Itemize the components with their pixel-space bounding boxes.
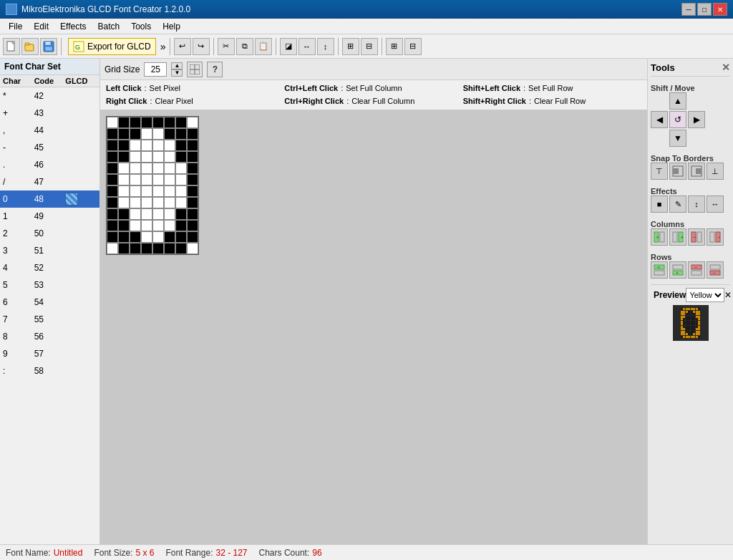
toolbar-paste[interactable]: 📋 — [255, 38, 272, 55]
pixel-cell[interactable] — [118, 128, 130, 140]
grid-size-input[interactable] — [144, 62, 167, 77]
toolbar-save[interactable] — [40, 38, 57, 55]
pixel-cell[interactable] — [164, 117, 175, 128]
toolbar-flip-h[interactable]: ↔ — [298, 38, 316, 55]
toolbar-row-add[interactable]: ⊞ — [386, 38, 403, 55]
pixel-cell[interactable] — [107, 117, 118, 128]
pixel-cell[interactable] — [107, 231, 118, 243]
arrow-rotate[interactable]: ↺ — [669, 111, 686, 128]
pixel-cell[interactable] — [141, 140, 152, 151]
spin-up[interactable]: ▲ — [171, 62, 183, 69]
snap-top[interactable]: ⊤ — [651, 163, 668, 180]
toolbar-col-del[interactable]: ⊟ — [361, 38, 378, 55]
row-del-bottom[interactable]: − — [707, 261, 724, 279]
pixel-cell[interactable] — [141, 128, 152, 140]
pixel-cell[interactable] — [152, 185, 164, 197]
pixel-cell[interactable] — [141, 117, 152, 128]
pixel-cell[interactable] — [175, 140, 187, 151]
effect-invert[interactable]: ■ — [651, 195, 668, 213]
pixel-cell[interactable] — [175, 174, 187, 185]
tools-close[interactable]: ✕ — [722, 62, 730, 73]
minimize-button[interactable]: ─ — [681, 3, 696, 16]
char-row[interactable]: /47 — [0, 173, 99, 190]
pixel-cell[interactable] — [152, 117, 164, 128]
pixel-cell[interactable] — [164, 243, 175, 254]
char-row[interactable]: 856 — [0, 328, 99, 345]
row-add-bottom[interactable]: + — [669, 261, 686, 279]
menu-batch[interactable]: Batch — [92, 20, 126, 33]
char-row[interactable]: +43 — [0, 105, 99, 122]
pixel-cell[interactable] — [175, 117, 187, 128]
pixel-cell[interactable] — [130, 151, 141, 163]
pixel-cell[interactable] — [141, 197, 152, 208]
pixel-cell[interactable] — [118, 185, 130, 197]
char-row[interactable]: 149 — [0, 208, 99, 225]
pixel-cell[interactable] — [175, 128, 187, 140]
pixel-cell[interactable] — [107, 185, 118, 197]
pixel-cell[interactable] — [187, 151, 198, 163]
pixel-cell[interactable] — [175, 185, 187, 197]
pixel-cell[interactable] — [152, 243, 164, 254]
pixel-cell[interactable] — [164, 220, 175, 231]
pixel-cell[interactable] — [152, 174, 164, 185]
menu-file[interactable]: File — [3, 20, 28, 33]
toolbar-invert[interactable]: ◪ — [280, 38, 297, 55]
pixel-cell[interactable] — [164, 151, 175, 163]
char-row[interactable]: 755 — [0, 311, 99, 328]
pixel-cell[interactable] — [107, 163, 118, 174]
arrow-up[interactable]: ▲ — [669, 92, 686, 110]
arrow-right[interactable]: ▶ — [688, 111, 705, 128]
pixel-cell[interactable] — [118, 174, 130, 185]
col-del-left[interactable]: − — [688, 228, 705, 246]
toolbar-row-del[interactable]: ⊟ — [404, 38, 422, 55]
pixel-cell[interactable] — [152, 220, 164, 231]
toolbar-new[interactable] — [3, 38, 20, 55]
pixel-cell[interactable] — [130, 140, 141, 151]
pixel-cell[interactable] — [187, 140, 198, 151]
pixel-cell[interactable] — [141, 208, 152, 220]
preview-color-select[interactable]: YellowGreenBlueWhite — [686, 288, 724, 302]
row-del-top[interactable]: − — [688, 261, 705, 279]
arrow-down[interactable]: ▼ — [669, 130, 686, 147]
pixel-cell[interactable] — [130, 208, 141, 220]
pixel-cell[interactable] — [107, 140, 118, 151]
menu-edit[interactable]: Edit — [28, 20, 54, 33]
spin-down[interactable]: ▼ — [171, 69, 183, 77]
pixel-cell[interactable] — [118, 231, 130, 243]
pixel-cell[interactable] — [152, 231, 164, 243]
char-row[interactable]: 250 — [0, 225, 99, 242]
col-add-right[interactable]: + — [669, 228, 686, 246]
grid-size-spinner[interactable]: ▲ ▼ — [171, 62, 183, 77]
col-del-right[interactable]: − — [707, 228, 724, 246]
effect-edit[interactable]: ✎ — [669, 195, 686, 213]
pixel-cell[interactable] — [175, 208, 187, 220]
snap-bottom[interactable]: ⊥ — [707, 163, 724, 180]
pixel-cell[interactable] — [118, 243, 130, 254]
pixel-cell[interactable] — [107, 208, 118, 220]
pixel-cell[interactable] — [175, 197, 187, 208]
pixel-cell[interactable] — [118, 151, 130, 163]
arrow-left[interactable]: ◀ — [651, 111, 668, 128]
pixel-cell[interactable] — [141, 185, 152, 197]
menu-help[interactable]: Help — [157, 20, 186, 33]
pixel-cell[interactable] — [175, 231, 187, 243]
help-button[interactable]: ? — [207, 62, 223, 77]
pixel-cell[interactable] — [130, 231, 141, 243]
toolbar-export[interactable]: G Export for GLCD — [68, 38, 156, 55]
pixel-cell[interactable] — [187, 128, 198, 140]
pixel-cell[interactable] — [175, 220, 187, 231]
pixel-cell[interactable] — [141, 243, 152, 254]
pixel-cell[interactable] — [164, 185, 175, 197]
effect-flip-v[interactable]: ↕ — [688, 195, 705, 213]
pixel-cell[interactable] — [107, 128, 118, 140]
toolbar-undo[interactable]: ↩ — [174, 38, 191, 55]
pixel-cell[interactable] — [130, 185, 141, 197]
pixel-cell[interactable] — [175, 243, 187, 254]
char-row[interactable]: 452 — [0, 259, 99, 276]
pixel-cell[interactable] — [141, 174, 152, 185]
pixel-cell[interactable] — [187, 231, 198, 243]
pixel-cell[interactable] — [107, 151, 118, 163]
pixel-cell[interactable] — [107, 197, 118, 208]
close-button[interactable]: ✕ — [713, 3, 727, 16]
char-row[interactable]: -45 — [0, 139, 99, 156]
